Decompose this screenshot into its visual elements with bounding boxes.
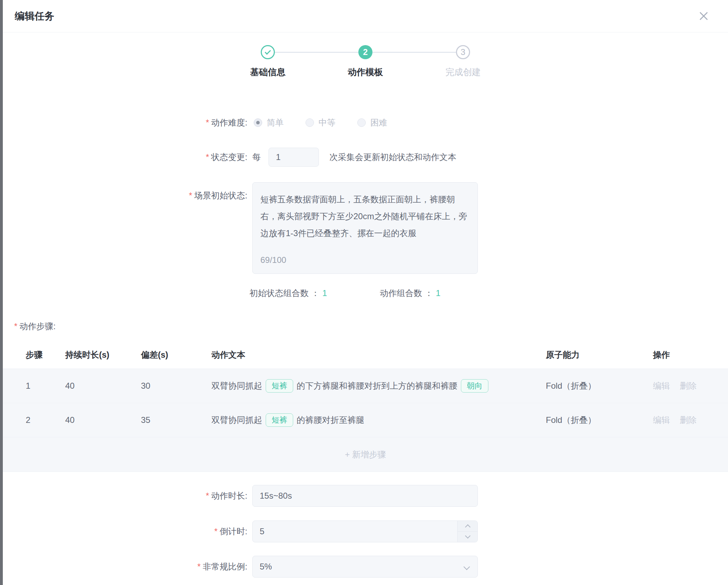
unusual-ratio-label: *非常规比例:: [3, 561, 247, 572]
difficulty-radio[interactable]: 困难: [357, 117, 387, 128]
action-duration-row: *动作时长: 15s~80s: [3, 485, 728, 507]
stepper-line: [372, 52, 456, 53]
cell-step: 1: [26, 381, 65, 391]
radio-dot: [256, 121, 260, 124]
initial-state-combo-label: 初始状态组合数 ：: [249, 288, 320, 299]
action-text-segment: 的裤腰对折至裤腿: [297, 414, 364, 426]
state-change-row: *状态变更: 每 1 次采集会更新初始状态和动作文本: [3, 148, 728, 167]
step-label: 动作模板: [348, 66, 383, 78]
required-asterisk: *: [189, 191, 192, 200]
required-asterisk: *: [206, 491, 209, 500]
edit-link[interactable]: 编辑: [653, 381, 670, 390]
close-icon[interactable]: [698, 10, 710, 22]
countdown-label: *倒计时:: [3, 526, 247, 537]
edit-task-dialog: 编辑任务 基础信息 2 动作模板 3 完成创建 *动作难度: 简单 中等 困难: [3, 0, 728, 585]
cell-duration: 40: [65, 381, 141, 391]
action-duration-value: 15s~80s: [260, 491, 292, 501]
stepper-step: 3 完成创建: [456, 45, 470, 59]
step-circle: [261, 45, 275, 59]
difficulty-radio[interactable]: 简单: [254, 117, 284, 128]
countdown-row: *倒计时: 5: [3, 521, 728, 542]
action-combo-value: 1: [436, 288, 440, 298]
unusual-ratio-row: *非常规比例: 5%: [3, 556, 728, 578]
cell-ability: Fold（折叠）: [546, 380, 653, 392]
difficulty-label: *动作难度:: [3, 117, 247, 128]
scene-initial-state-label-text: 场景初始状态:: [194, 191, 247, 200]
add-step-button[interactable]: + 新增步骤: [3, 437, 728, 472]
initial-state-combo: 初始状态组合数 ： 1: [249, 288, 327, 299]
delete-link[interactable]: 删除: [680, 381, 697, 390]
difficulty-label-text: 动作难度:: [211, 118, 247, 127]
radio-label: 简单: [267, 117, 284, 128]
cell-deviation: 35: [141, 415, 211, 425]
scene-initial-state-textarea[interactable]: 短裤五条数据背面朝上，五条数据正面朝上，裤腰朝右，离头部视野下方至少20cm之外…: [252, 182, 478, 274]
stepper-step: 2 动作模板: [358, 45, 372, 59]
cell-ability: Fold（折叠）: [546, 414, 653, 426]
table-row: 1 40 30 双臂协同抓起短裤的下方裤腿和裤腰对折到上方的裤腿和裤腰朝向 Fo…: [3, 369, 728, 403]
action-steps-label-text: 动作步骤:: [19, 321, 56, 332]
spinner-decrease-button[interactable]: [458, 532, 477, 542]
action-text-segment: 的下方裤腿和裤腰对折到上方的裤腿和裤腰: [297, 380, 457, 392]
step-label: 完成创建: [445, 66, 481, 78]
cell-deviation: 30: [141, 381, 211, 391]
char-counter: 69/100: [260, 252, 286, 269]
chevron-down-icon: [465, 533, 470, 539]
step-number: 2: [363, 47, 368, 57]
state-change-suffix: 次采集会更新初始状态和动作文本: [329, 152, 456, 163]
required-asterisk: *: [206, 152, 209, 162]
header-ability: 原子能力: [546, 349, 653, 361]
slot-tag: 短裤: [266, 413, 293, 427]
difficulty-radio[interactable]: 中等: [306, 117, 335, 128]
action-duration-label-text: 动作时长:: [211, 491, 247, 500]
action-duration-label: *动作时长:: [3, 490, 247, 501]
step-label: 基础信息: [250, 66, 285, 78]
action-combo-label: 动作组合数 ：: [380, 288, 433, 299]
scene-initial-state-text: 短裤五条数据背面朝上，五条数据正面朝上，裤腰朝右，离头部视野下方至少20cm之外…: [260, 195, 467, 238]
required-asterisk: *: [14, 321, 17, 331]
difficulty-row: *动作难度: 简单 中等 困难: [3, 117, 728, 128]
table-body: 1 40 30 双臂协同抓起短裤的下方裤腿和裤腰对折到上方的裤腿和裤腰朝向 Fo…: [3, 369, 728, 437]
action-text-segment: 双臂协同抓起: [211, 414, 262, 426]
radio-circle[interactable]: [254, 118, 262, 127]
edit-link[interactable]: 编辑: [653, 415, 670, 425]
countdown-label-text: 倒计时:: [220, 526, 247, 536]
action-duration-input[interactable]: 15s~80s: [252, 485, 478, 507]
slot-tag: 朝向: [461, 379, 488, 393]
number-spinner: [457, 521, 477, 542]
difficulty-options: 简单 中等 困难: [254, 117, 387, 128]
unusual-ratio-value: 5%: [260, 562, 272, 572]
unusual-ratio-label-text: 非常规比例:: [203, 562, 247, 571]
radio-circle[interactable]: [357, 118, 366, 127]
unusual-ratio-select[interactable]: 5%: [252, 556, 478, 578]
step-circle: 3: [456, 45, 470, 59]
cell-operations: 编辑删除: [653, 414, 728, 426]
required-asterisk: *: [206, 118, 209, 127]
dialog-header: 编辑任务: [3, 0, 728, 32]
header-deviation: 偏差(s): [141, 349, 211, 361]
radio-circle[interactable]: [306, 118, 314, 127]
state-change-label: *状态变更:: [3, 152, 247, 163]
header-operations: 操作: [653, 349, 728, 361]
radio-label: 中等: [319, 117, 335, 128]
stepper: 基础信息 2 动作模板 3 完成创建: [3, 45, 728, 82]
state-change-input[interactable]: 1: [269, 148, 319, 167]
cell-action-text: 双臂协同抓起短裤的下方裤腿和裤腰对折到上方的裤腿和裤腰朝向: [211, 379, 546, 393]
header-step: 步骤: [26, 349, 65, 361]
header-duration: 持续时长(s): [65, 349, 141, 361]
cell-operations: 编辑删除: [653, 380, 728, 392]
page-background-edge: [0, 0, 3, 585]
scene-initial-state-row: *场景初始状态: 短裤五条数据背面朝上，五条数据正面朝上，裤腰朝右，离头部视野下…: [3, 182, 728, 274]
countdown-input[interactable]: 5: [252, 521, 478, 542]
delete-link[interactable]: 删除: [680, 415, 697, 425]
countdown-value: 5: [260, 526, 264, 536]
radio-label: 困难: [370, 117, 387, 128]
cell-step: 2: [26, 415, 65, 425]
initial-state-combo-value: 1: [322, 288, 327, 298]
required-asterisk: *: [197, 562, 200, 571]
check-icon: [265, 48, 271, 55]
spinner-increase-button[interactable]: [458, 521, 477, 532]
cell-action-text: 双臂协同抓起短裤的裤腰对折至裤腿: [211, 413, 546, 427]
header-action-text: 动作文本: [211, 349, 546, 361]
action-steps-label: * 动作步骤:: [14, 320, 728, 332]
stepper-line: [275, 52, 358, 53]
